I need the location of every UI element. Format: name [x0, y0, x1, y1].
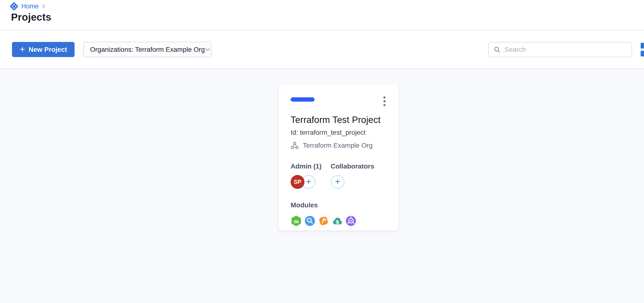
scalr-logo-icon — [10, 2, 18, 11]
search-icon — [494, 46, 500, 53]
card-menu-button[interactable] — [382, 96, 387, 107]
organizations-filter-value: Organizations: Terraform Example Org — [90, 46, 205, 54]
plus-icon: + — [20, 44, 25, 54]
check-wheel-module-icon — [345, 215, 356, 226]
plus-icon: + — [306, 177, 311, 186]
chevron-down-icon — [205, 48, 210, 52]
plus-icon: + — [335, 177, 340, 186]
project-id: Id: terraform_test_project — [290, 129, 386, 136]
svg-text:∞: ∞ — [293, 217, 299, 226]
modules-section-label: Modules — [290, 201, 386, 209]
project-title-link[interactable]: Terraform Test Project — [290, 115, 386, 125]
svg-text:$: $ — [336, 219, 339, 225]
organization-name: Terraform Example Org — [303, 142, 372, 149]
infinity-hexagon-module-icon: ∞ — [290, 215, 302, 226]
admin-section-label: Admin (1) — [290, 162, 331, 170]
list-view-icon — [641, 50, 644, 56]
modules-row: ∞ $ — [290, 215, 386, 226]
chevron-right-icon — [42, 4, 45, 9]
organization-icon — [290, 142, 299, 150]
search-box — [488, 42, 632, 57]
page-header: Home Projects — [0, 0, 644, 30]
grid-view-icon — [641, 43, 644, 48]
kebab-dot — [384, 104, 386, 106]
project-card: Terraform Test Project Id: terraform_tes… — [278, 84, 398, 230]
view-toggle-button[interactable] — [641, 43, 644, 56]
collaborators-section-label: Collaborators — [331, 162, 374, 170]
organizations-filter-dropdown[interactable]: Organizations: Terraform Example Org — [83, 42, 212, 57]
kebab-dot — [384, 96, 386, 98]
toolbar: + New Project Organizations: Terraform E… — [0, 30, 644, 69]
new-project-button-label: New Project — [28, 46, 67, 54]
organization-row: Terraform Example Org — [290, 142, 386, 150]
project-color-pill — [290, 97, 314, 102]
add-collaborator-button[interactable]: + — [331, 175, 344, 189]
flag-badge-module-icon — [318, 215, 329, 226]
page-title: Projects — [11, 12, 51, 23]
kebab-dot — [384, 100, 386, 102]
magnifier-globe-module-icon — [304, 215, 316, 226]
cloud-dollar-module-icon: $ — [332, 215, 343, 226]
breadcrumb-home-link[interactable]: Home — [10, 2, 45, 11]
new-project-button[interactable]: + New Project — [12, 42, 74, 57]
admin-avatar[interactable]: SP — [290, 175, 304, 189]
search-input[interactable] — [504, 46, 627, 54]
breadcrumb-home-label[interactable]: Home — [21, 3, 38, 10]
